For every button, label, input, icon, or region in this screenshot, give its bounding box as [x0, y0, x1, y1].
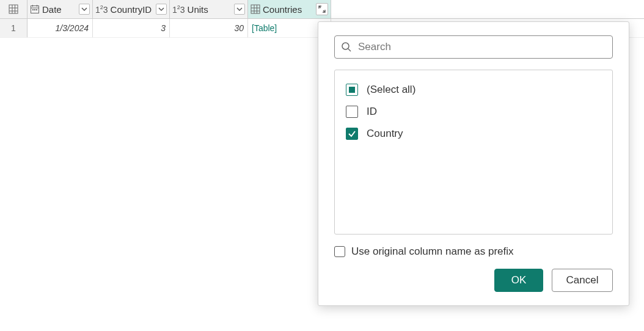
- cell-units[interactable]: 30: [170, 19, 248, 37]
- chevron-down-icon: [158, 6, 164, 12]
- column-header-units[interactable]: 123 Units: [170, 0, 248, 18]
- column-filter-button[interactable]: [79, 4, 90, 15]
- checkbox-indeterminate[interactable]: [346, 84, 358, 96]
- expand-column-button[interactable]: [316, 3, 328, 15]
- search-input[interactable]: [357, 40, 606, 54]
- cancel-button[interactable]: Cancel: [552, 269, 613, 292]
- column-label: Countries: [263, 4, 313, 15]
- cell-countryid[interactable]: 3: [93, 19, 170, 37]
- checkbox-checked[interactable]: [346, 128, 358, 140]
- table-icon: [251, 4, 260, 14]
- checkbox-unchecked[interactable]: [334, 246, 345, 257]
- prefix-option[interactable]: Use original column name as prefix: [334, 246, 613, 258]
- table-icon: [9, 4, 18, 14]
- number-type-icon: 123: [95, 4, 108, 15]
- svg-rect-11: [36, 9, 37, 10]
- calendar-icon: [30, 4, 40, 14]
- svg-rect-10: [34, 9, 35, 10]
- search-box[interactable]: [334, 35, 613, 59]
- column-header-countries[interactable]: Countries: [248, 0, 331, 18]
- svg-rect-0: [9, 5, 18, 13]
- option-label: ID: [367, 106, 377, 118]
- select-all-row[interactable]: (Select all): [346, 79, 601, 101]
- grid-header-row: Date 123 CountryID 123 Units Coun: [0, 0, 644, 19]
- expand-icon: [318, 5, 326, 13]
- checkbox-unchecked[interactable]: [346, 106, 358, 118]
- select-all-label: (Select all): [367, 84, 415, 96]
- check-icon: [348, 129, 356, 138]
- svg-point-17: [342, 43, 349, 49]
- chevron-down-icon: [236, 6, 243, 12]
- cell-date[interactable]: 1/3/2024: [27, 19, 93, 37]
- option-label: Country: [367, 128, 403, 140]
- ok-button[interactable]: OK: [494, 269, 543, 292]
- select-all-corner[interactable]: [0, 0, 27, 18]
- svg-line-18: [348, 49, 351, 51]
- svg-rect-9: [32, 9, 34, 10]
- svg-rect-12: [251, 5, 260, 13]
- column-checklist: (Select all) ID Country: [334, 70, 613, 235]
- column-label: CountryID: [111, 4, 153, 15]
- search-icon: [341, 42, 352, 53]
- number-type-icon: 123: [172, 4, 185, 15]
- column-option-country[interactable]: Country: [346, 123, 601, 145]
- column-filter-button[interactable]: [234, 4, 245, 15]
- column-label: Date: [42, 4, 76, 15]
- prefix-label: Use original column name as prefix: [351, 246, 514, 258]
- column-header-countryid[interactable]: 123 CountryID: [93, 0, 170, 18]
- chevron-down-icon: [81, 6, 87, 12]
- row-number: 1: [0, 19, 27, 37]
- expand-column-flyout: (Select all) ID Country Use original col…: [318, 21, 629, 306]
- column-filter-button[interactable]: [156, 4, 167, 15]
- column-label: Units: [188, 4, 232, 15]
- column-option-id[interactable]: ID: [346, 101, 601, 123]
- dialog-buttons: OK Cancel: [334, 269, 613, 292]
- column-header-date[interactable]: Date: [27, 0, 93, 18]
